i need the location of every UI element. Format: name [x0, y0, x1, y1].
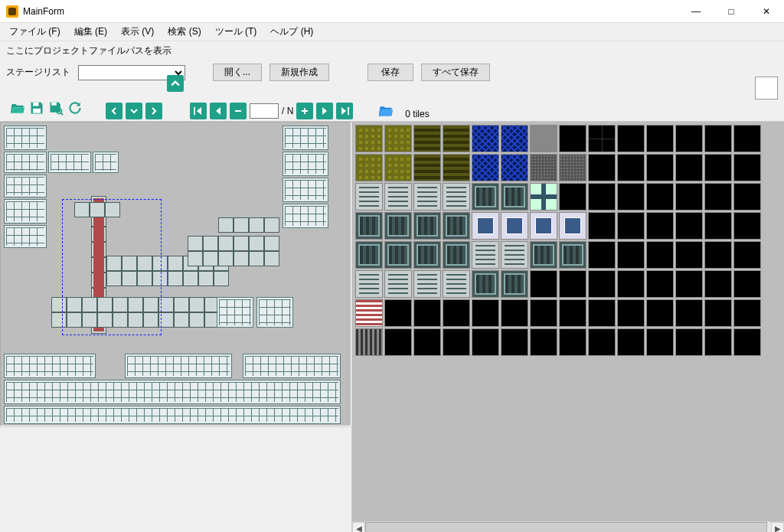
- tile-palette[interactable]: [352, 122, 784, 521]
- palette-tile[interactable]: [704, 241, 732, 269]
- palette-tile[interactable]: [675, 328, 703, 356]
- palette-folder-icon[interactable]: [377, 103, 394, 119]
- scroll-right-icon[interactable]: ▶: [771, 522, 784, 533]
- menu-help[interactable]: ヘルプ (H): [264, 24, 319, 40]
- palette-tile[interactable]: [443, 241, 470, 269]
- menu-tool[interactable]: ツール (T): [209, 24, 263, 40]
- up-icon[interactable]: [167, 75, 184, 92]
- map-canvas[interactable]: [0, 122, 351, 426]
- palette-tile[interactable]: [384, 241, 412, 269]
- palette-tile[interactable]: [704, 125, 732, 152]
- palette-tile[interactable]: [355, 299, 383, 327]
- palette-tile[interactable]: [384, 299, 412, 327]
- palette-hscroll[interactable]: ◀ ▶: [352, 521, 784, 532]
- palette-tile[interactable]: [355, 154, 383, 181]
- menu-edit[interactable]: 編集 (E): [68, 24, 113, 40]
- palette-tile[interactable]: [530, 241, 557, 269]
- reload-icon[interactable]: [67, 100, 83, 119]
- palette-tile[interactable]: [704, 299, 732, 327]
- palette-tile[interactable]: [733, 328, 761, 356]
- palette-tile[interactable]: [413, 183, 441, 211]
- plus-icon[interactable]: [296, 103, 313, 119]
- palette-tile[interactable]: [413, 328, 441, 356]
- palette-tile[interactable]: [617, 183, 645, 211]
- new-button[interactable]: 新規作成: [270, 64, 329, 81]
- palette-tile[interactable]: [501, 125, 528, 152]
- palette-tile[interactable]: [704, 328, 732, 356]
- palette-tile[interactable]: [472, 125, 499, 152]
- palette-tile[interactable]: [501, 328, 528, 356]
- palette-tile[interactable]: [355, 183, 383, 211]
- palette-tile[interactable]: [617, 212, 645, 240]
- palette-tile[interactable]: [355, 328, 383, 356]
- palette-tile[interactable]: [646, 270, 674, 298]
- save-button[interactable]: 保存: [368, 64, 413, 81]
- palette-tile[interactable]: [646, 125, 674, 152]
- palette-tile[interactable]: [617, 241, 645, 269]
- palette-tile[interactable]: [675, 154, 703, 181]
- palette-tile[interactable]: [617, 125, 645, 152]
- palette-tile[interactable]: [472, 299, 499, 327]
- palette-tile[interactable]: [588, 154, 616, 181]
- last-icon[interactable]: [336, 103, 353, 119]
- palette-tile[interactable]: [588, 212, 616, 240]
- palette-tile[interactable]: [617, 154, 645, 181]
- palette-tile[interactable]: [413, 212, 441, 240]
- palette-tile[interactable]: [588, 183, 616, 211]
- palette-tile[interactable]: [675, 212, 703, 240]
- palette-tile[interactable]: [355, 212, 383, 240]
- palette-tile[interactable]: [704, 270, 732, 298]
- open-button[interactable]: 開く...: [213, 64, 262, 81]
- menu-view[interactable]: 表示 (V): [115, 24, 160, 40]
- palette-tile[interactable]: [646, 299, 674, 327]
- palette-tile[interactable]: [443, 154, 470, 181]
- palette-tile[interactable]: [675, 125, 703, 152]
- palette-tile[interactable]: [588, 125, 616, 152]
- palette-tile[interactable]: [733, 241, 761, 269]
- down-icon[interactable]: [126, 103, 142, 119]
- palette-tile[interactable]: [384, 212, 412, 240]
- palette-tile[interactable]: [413, 241, 441, 269]
- palette-tile[interactable]: [443, 212, 470, 240]
- palette-tile[interactable]: [646, 183, 674, 211]
- scroll-thumb[interactable]: [365, 522, 767, 533]
- palette-tile[interactable]: [384, 125, 412, 152]
- save-search-icon[interactable]: [47, 100, 64, 119]
- save-icon[interactable]: [29, 100, 44, 119]
- maximize-button[interactable]: □: [714, 0, 749, 23]
- palette-tile[interactable]: [588, 270, 616, 298]
- color-swatch[interactable]: [755, 77, 778, 100]
- palette-tile[interactable]: [675, 183, 703, 211]
- palette-tile[interactable]: [646, 241, 674, 269]
- open-folder-icon[interactable]: [9, 100, 26, 119]
- palette-tile[interactable]: [384, 183, 412, 211]
- palette-tile[interactable]: [733, 183, 761, 211]
- palette-tile[interactable]: [559, 241, 586, 269]
- scroll-track[interactable]: [365, 522, 771, 533]
- prev-icon[interactable]: [210, 103, 227, 119]
- palette-tile[interactable]: [443, 270, 470, 298]
- palette-tile[interactable]: [413, 125, 441, 152]
- palette-tile[interactable]: [355, 241, 383, 269]
- palette-tile[interactable]: [704, 154, 732, 181]
- menu-search[interactable]: 検索 (S): [162, 24, 207, 40]
- palette-tile[interactable]: [501, 270, 528, 298]
- palette-tile[interactable]: [675, 270, 703, 298]
- palette-tile[interactable]: [530, 270, 557, 298]
- right-icon[interactable]: [145, 103, 162, 119]
- minus-icon[interactable]: [230, 103, 247, 119]
- palette-tile[interactable]: [675, 241, 703, 269]
- palette-tile[interactable]: [501, 212, 528, 240]
- page-input[interactable]: [250, 103, 279, 119]
- palette-tile[interactable]: [413, 154, 441, 181]
- palette-tile[interactable]: [617, 299, 645, 327]
- palette-tile[interactable]: [472, 154, 499, 181]
- palette-tile[interactable]: [617, 270, 645, 298]
- palette-tile[interactable]: [443, 299, 470, 327]
- palette-tile[interactable]: [617, 328, 645, 356]
- palette-tile[interactable]: [472, 241, 499, 269]
- first-icon[interactable]: [190, 103, 207, 119]
- palette-tile[interactable]: [355, 125, 383, 152]
- palette-tile[interactable]: [733, 212, 761, 240]
- palette-tile[interactable]: [530, 125, 557, 152]
